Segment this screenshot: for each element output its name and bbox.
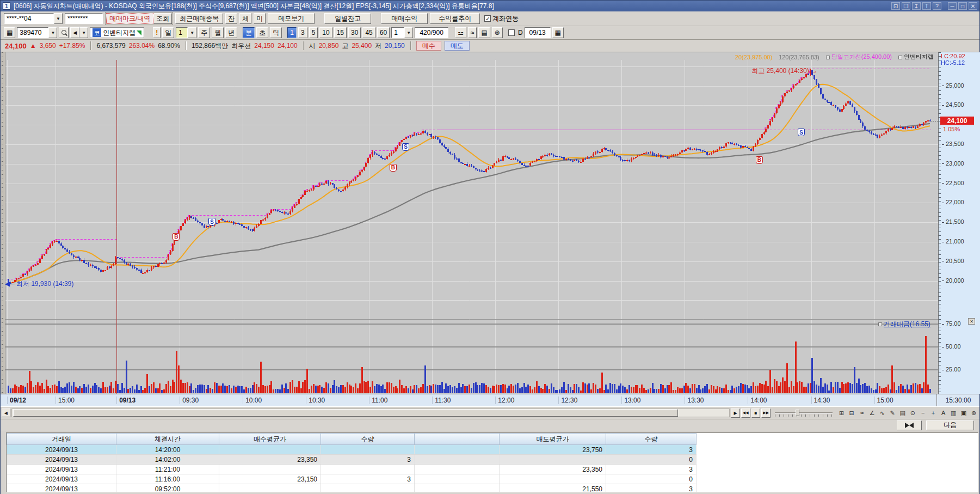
- minute-10-button[interactable]: 10: [319, 27, 332, 38]
- chart-scrollbar[interactable]: [11, 408, 730, 417]
- interval-select[interactable]: 1: [391, 27, 404, 38]
- period-day-button[interactable]: 일: [162, 27, 174, 38]
- zoom-in-icon[interactable]: +: [929, 408, 938, 418]
- speaker-icon[interactable]: ◀: [70, 27, 79, 38]
- next-button[interactable]: 다음: [926, 420, 974, 430]
- trade-profit-button[interactable]: 매매수익: [381, 13, 428, 24]
- table-row[interactable]: 2024/09/1309:52:0021,5503: [7, 484, 697, 493]
- account-dropdown-icon[interactable]: ▼: [54, 13, 63, 24]
- search-icon[interactable]: [59, 27, 69, 38]
- period-day-dropdown-icon[interactable]: ▼: [188, 27, 196, 38]
- query-button[interactable]: 조회: [153, 13, 172, 24]
- close-button[interactable]: ✕: [969, 2, 977, 10]
- chart-grid-icon[interactable]: ▤: [898, 408, 907, 418]
- date-checkbox[interactable]: [508, 29, 515, 36]
- minute-3-button[interactable]: 3: [298, 27, 307, 38]
- rewind-button[interactable]: ◀◀: [741, 408, 750, 418]
- popup-icon[interactable]: ❐: [902, 2, 910, 10]
- zoom-out-icon[interactable]: −: [919, 408, 928, 418]
- calendar-icon[interactable]: ▦: [552, 27, 564, 38]
- legend-stock[interactable]: 인벤티지랩: [898, 53, 934, 61]
- dock-icon[interactable]: ⊡: [891, 2, 900, 10]
- pin-icon[interactable]: ↧: [912, 2, 921, 10]
- jan-button[interactable]: 잔: [225, 13, 237, 24]
- daily-balance-button[interactable]: 일별잔고: [324, 13, 371, 24]
- stock-code-input[interactable]: 389470: [17, 27, 48, 38]
- che-button[interactable]: 체: [239, 13, 251, 24]
- minute-5-button[interactable]: 5: [309, 27, 318, 38]
- chart-type-icon[interactable]: ▦: [4, 27, 15, 38]
- zigzag-icon[interactable]: ≈: [468, 27, 477, 38]
- wave-tool-icon[interactable]: ≈: [858, 408, 867, 418]
- buy-button[interactable]: 매수: [416, 41, 441, 51]
- table-header-cell[interactable]: 수량: [606, 434, 697, 445]
- draw-tool-icon[interactable]: ✎: [888, 408, 897, 418]
- maximize-button[interactable]: □: [958, 2, 967, 10]
- save-icon[interactable]: ▤: [478, 27, 490, 38]
- table-header-cell[interactable]: 거래일: [7, 434, 116, 445]
- help-icon[interactable]: ?: [933, 2, 941, 10]
- compare-icon[interactable]: ⚍: [455, 27, 466, 38]
- type-second-button[interactable]: 초: [256, 27, 268, 38]
- pane-remove-icon[interactable]: ⊟: [847, 408, 856, 418]
- play-button[interactable]: ▶: [731, 408, 740, 418]
- layout-tool-icon[interactable]: ▥: [949, 408, 958, 418]
- memo-button[interactable]: 메모보기: [268, 13, 315, 24]
- mi-button[interactable]: 미: [254, 13, 266, 24]
- legend-checkbox-icon[interactable]: [878, 322, 882, 326]
- speaker-dropdown-icon[interactable]: ▼: [79, 27, 88, 38]
- font-icon[interactable]: T: [922, 2, 931, 10]
- slider-knob[interactable]: [796, 410, 799, 416]
- expand-panel-button[interactable]: [897, 420, 922, 430]
- minute-60-button[interactable]: 60: [377, 27, 390, 38]
- stock-code-dropdown-icon[interactable]: ▼: [48, 27, 57, 38]
- profit-trend-button[interactable]: 수익률추이: [430, 13, 480, 24]
- minute-45-button[interactable]: 45: [362, 27, 375, 38]
- type-minute-button[interactable]: 분: [243, 27, 255, 38]
- account-link-checkbox[interactable]: ✓: [484, 15, 491, 22]
- pattern-tool-icon[interactable]: ∿: [878, 408, 887, 418]
- zoom-slider[interactable]: [775, 408, 833, 417]
- minute-1-button[interactable]: 1: [287, 27, 297, 38]
- table-header-cell[interactable]: 매도평균가: [500, 434, 606, 445]
- legend-checkbox-icon[interactable]: [826, 56, 830, 59]
- interval-dropdown-icon[interactable]: ▼: [404, 27, 413, 38]
- volume-panel-close-icon[interactable]: ✕: [968, 318, 975, 325]
- table-row[interactable]: 2024/09/1311:16:0023,15030: [7, 474, 697, 484]
- stop-button[interactable]: ■: [751, 408, 761, 418]
- table-row[interactable]: 2024/09/1314:02:0023,35030: [7, 455, 697, 465]
- text-tool-icon[interactable]: A: [939, 408, 948, 418]
- wheel-tool-icon[interactable]: ⊛: [969, 408, 978, 418]
- trendline-tool-icon[interactable]: ∠: [867, 408, 877, 418]
- sell-button[interactable]: 매도: [445, 41, 470, 51]
- alert-button[interactable]: !: [153, 27, 161, 38]
- scroll-left-button[interactable]: ◀: [2, 408, 10, 417]
- table-header-cell[interactable]: 매수평균가: [219, 434, 321, 445]
- minimize-button[interactable]: ─: [948, 2, 957, 10]
- settings-gear-icon[interactable]: ⊛: [492, 27, 503, 38]
- period-day-value[interactable]: 1: [176, 27, 188, 38]
- minute-30-button[interactable]: 30: [348, 27, 361, 38]
- legend-highline[interactable]: 당일고가선(25,400.00): [826, 53, 892, 61]
- password-field[interactable]: ********: [65, 13, 103, 24]
- table-header-cell[interactable]: 수량: [321, 434, 415, 445]
- type-tick-button[interactable]: 틱: [270, 27, 282, 38]
- pane-add-icon[interactable]: ⊞: [837, 408, 846, 418]
- panel-tool-icon[interactable]: ▣: [959, 408, 969, 418]
- zoom-tool-icon[interactable]: ⊙: [908, 408, 917, 418]
- minute-15-button[interactable]: 15: [334, 27, 347, 38]
- period-year-button[interactable]: 년: [225, 27, 237, 38]
- account-select[interactable]: ****-**04: [4, 13, 54, 24]
- table-row[interactable]: 2024/09/1314:20:0023,7503: [7, 445, 697, 455]
- recent-stocks-button[interactable]: 최근매매종목: [175, 13, 223, 24]
- volume-legend[interactable]: 거래대금(16.55): [878, 320, 930, 329]
- period-month-button[interactable]: 월: [212, 27, 224, 38]
- price-volume-chart-canvas[interactable]: [1, 52, 938, 394]
- table-header-cell[interactable]: 체결시간: [116, 434, 219, 445]
- date-field[interactable]: 09/13: [525, 27, 551, 38]
- table-row[interactable]: 2024/09/1311:21:0023,3503: [7, 465, 697, 474]
- period-week-button[interactable]: 주: [198, 27, 210, 38]
- forward-button[interactable]: ▶▶: [761, 408, 771, 418]
- legend-checkbox-icon[interactable]: [898, 56, 902, 59]
- table-header-cell[interactable]: [415, 434, 500, 445]
